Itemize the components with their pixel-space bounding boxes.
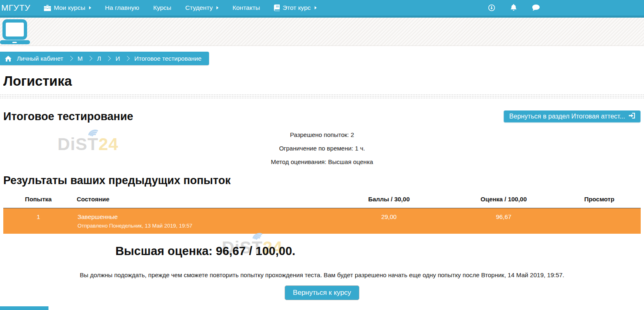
back-button-row: Вернуться к курсу bbox=[0, 285, 644, 300]
nav-item-label: Мои курсы bbox=[54, 4, 85, 11]
attempts-allowed-text: Разрешено попыток: 2 bbox=[0, 128, 644, 141]
return-to-section-label: Вернуться в раздел Итоговая аттест... bbox=[509, 113, 625, 120]
footer-strip bbox=[0, 306, 48, 310]
nav-item-my-courses[interactable]: Мои курсы bbox=[37, 0, 98, 16]
nav-item-label: Курсы bbox=[153, 4, 171, 11]
nav-item-this-course[interactable]: Этот курс bbox=[267, 0, 324, 16]
return-to-section-button[interactable]: Вернуться в раздел Итоговая аттест... bbox=[504, 110, 641, 123]
chevron-right-icon bbox=[68, 56, 73, 61]
nav-item-contacts[interactable]: Контакты bbox=[225, 0, 267, 16]
nav-item-courses[interactable]: Курсы bbox=[146, 0, 178, 16]
navbar-right-icons bbox=[488, 4, 540, 11]
breadcrumb: Личный кабинет М Л И Итоговое тестирован… bbox=[0, 52, 209, 65]
nav-item-label: Этот курс bbox=[283, 4, 311, 11]
nav-item-student[interactable]: Студенту bbox=[178, 0, 225, 16]
nav-item-label: Контакты bbox=[232, 4, 260, 11]
attempts-table: Попытка Состояние Баллы / 30,00 Оценка /… bbox=[3, 191, 641, 234]
col-header-state: Состояние bbox=[74, 191, 329, 208]
results-heading: Результаты ваших предыдущих попыток bbox=[3, 174, 641, 187]
laptop-icon[interactable] bbox=[0, 18, 33, 46]
caret-right-icon bbox=[315, 6, 317, 9]
nav-item-label: На главную bbox=[105, 4, 139, 11]
attempts-table-header-row: Попытка Состояние Баллы / 30,00 Оценка /… bbox=[3, 191, 641, 208]
dotted-divider bbox=[0, 94, 644, 99]
nav-item-home[interactable]: На главную bbox=[98, 0, 146, 16]
book-icon bbox=[274, 5, 280, 11]
caret-right-icon bbox=[89, 6, 91, 9]
attempt-state: Завершенные bbox=[78, 213, 325, 220]
final-grade-block: DiST24 Высшая оценка: 96,67 / 100,00. bbox=[0, 244, 411, 258]
back-to-course-button[interactable]: Вернуться к курсу bbox=[285, 285, 359, 300]
breadcrumb-item-m[interactable]: М bbox=[78, 55, 83, 62]
table-row[interactable]: 1 Завершенные Отправлено Понедельник, 13… bbox=[3, 208, 641, 234]
wait-notice-text: Вы должны подождать, прежде чем сможете … bbox=[0, 271, 644, 278]
final-grade-text: Высшая оценка: 96,67 / 100,00. bbox=[0, 244, 411, 258]
logo-mgutu[interactable]: МГУТУ bbox=[0, 3, 37, 13]
attempt-marks-cell: 29,00 bbox=[329, 208, 450, 234]
attempt-number-cell: 1 bbox=[3, 208, 74, 234]
attempt-state-cell: Завершенные Отправлено Понедельник, 13 М… bbox=[74, 208, 329, 234]
chevron-right-icon bbox=[124, 56, 130, 61]
chevron-right-icon bbox=[87, 56, 92, 61]
bell-icon[interactable] bbox=[510, 4, 517, 11]
breadcrumb-item-l[interactable]: Л bbox=[97, 55, 101, 62]
circle-arrow-down-icon[interactable] bbox=[488, 4, 495, 11]
grading-method-text: Метод оценивания: Высшая оценка bbox=[0, 155, 644, 169]
breadcrumb-item-i[interactable]: И bbox=[115, 55, 120, 62]
col-header-attempt: Попытка bbox=[3, 191, 74, 208]
time-limit-text: Ограничение по времени: 1 ч. bbox=[0, 141, 644, 155]
header-banner bbox=[0, 18, 644, 46]
caret-right-icon bbox=[216, 6, 218, 9]
sign-in-icon bbox=[629, 113, 635, 120]
chevron-right-icon bbox=[106, 56, 111, 61]
home-icon[interactable] bbox=[5, 56, 12, 62]
page-title: Логистика bbox=[3, 73, 641, 89]
col-header-review: Просмотр bbox=[558, 191, 641, 208]
attempt-grade-cell: 96,67 bbox=[449, 208, 558, 234]
quiz-title: Итоговое тестирование bbox=[3, 110, 133, 123]
chat-icon[interactable] bbox=[532, 4, 540, 11]
briefcase-icon bbox=[44, 5, 51, 11]
nav-item-label: Студенту bbox=[185, 4, 213, 11]
col-header-grade: Оценка / 100,00 bbox=[449, 191, 558, 208]
attempt-review-cell bbox=[558, 208, 641, 234]
top-navbar: МГУТУ Мои курсы На главную Курсы Студент… bbox=[0, 0, 644, 16]
section-header-row: Итоговое тестирование Вернуться в раздел… bbox=[0, 110, 644, 123]
col-header-marks: Баллы / 30,00 bbox=[329, 191, 450, 208]
breadcrumb-item-dashboard[interactable]: Личный кабинет bbox=[17, 55, 63, 62]
breadcrumb-item-current: Итоговое тестирование bbox=[134, 55, 202, 62]
breadcrumb-row: Личный кабинет М Л И Итоговое тестирован… bbox=[0, 52, 644, 65]
attempt-submitted: Отправлено Понедельник, 13 Май 2019, 19:… bbox=[78, 223, 325, 229]
quiz-info-block: DiST24 Разрешено попыток: 2 Ограничение … bbox=[0, 128, 644, 169]
